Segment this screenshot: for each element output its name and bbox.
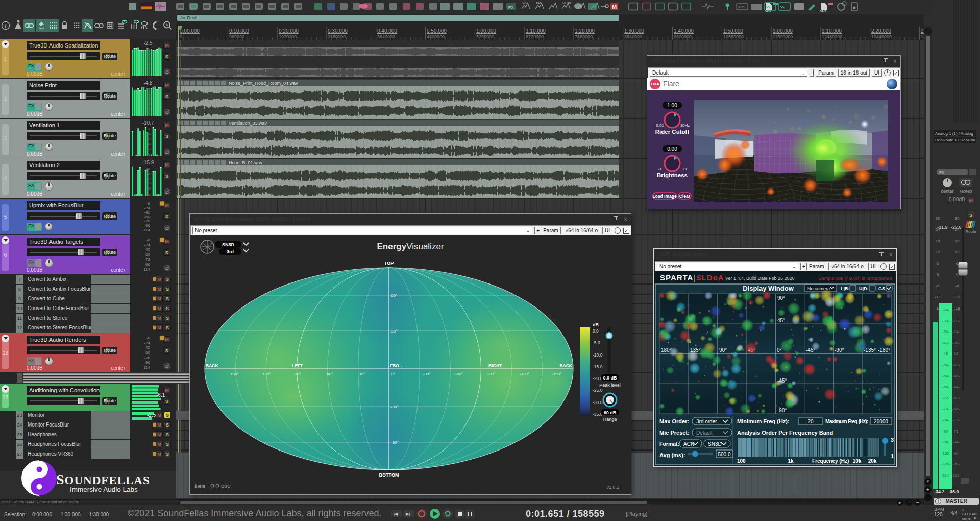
svg-text:-5.0: -5.0 <box>593 340 600 345</box>
svg-text:-15-: -15- <box>146 172 152 175</box>
svg-text:BACK: BACK <box>206 363 218 368</box>
svg-text:0.0: 0.0 <box>593 328 599 334</box>
svg-text:BACK: BACK <box>559 363 572 368</box>
svg-text:-24-: -24- <box>952 329 960 334</box>
svg-text:12: 12 <box>936 250 940 254</box>
svg-text:1:00.000: 1:00.000 <box>476 28 496 34</box>
svg-text:-96: -96 <box>144 223 150 228</box>
svg-text:IN20: IN20 <box>738 6 745 9</box>
svg-text:-24: -24 <box>144 243 150 247</box>
svg-text:-96: -96 <box>144 262 150 267</box>
svg-text:-18-: -18- <box>952 319 960 323</box>
svg-text:18: 18 <box>936 239 940 243</box>
svg-text:0°: 0° <box>391 372 395 376</box>
svg-text:-72-: -72- <box>952 418 960 422</box>
svg-text:Format:: Format: <box>659 441 679 447</box>
svg-text:SRT: SRT <box>820 9 827 13</box>
svg-text:-25.0: -25.0 <box>593 388 603 393</box>
svg-text:-6-: -6- <box>148 87 151 90</box>
svg-text:-36-: -36- <box>952 351 960 356</box>
svg-text:-60°: -60° <box>391 440 399 445</box>
svg-text:-6: -6 <box>146 238 151 242</box>
svg-text:-6: -6 <box>936 283 940 288</box>
svg-text:-90-: -90- <box>952 451 960 456</box>
svg-text:Rider Cutoff: Rider Cutoff <box>655 129 690 135</box>
svg-text:SRT: SRT <box>765 9 772 13</box>
svg-text:-60-: -60- <box>952 396 960 400</box>
svg-text:-42-: -42- <box>146 67 152 70</box>
svg-text:EnergyVisualizer: EnergyVisualizer <box>377 242 444 251</box>
svg-text:Hood_B_01.wav: Hood_B_01.wav <box>229 160 263 165</box>
svg-text:1.00: 1.00 <box>667 103 677 108</box>
svg-text:FRO...: FRO... <box>390 363 403 368</box>
svg-text:-6-: -6- <box>148 127 151 130</box>
svg-text:-51-: -51- <box>146 112 152 115</box>
svg-text:-96-: -96- <box>952 462 960 466</box>
svg-text:SN3D: SN3D <box>222 242 235 247</box>
svg-text:ACN: ACN <box>683 441 694 447</box>
svg-text:-42-: -42- <box>952 363 960 367</box>
svg-text:-42-: -42- <box>146 107 152 110</box>
svg-text:-96: -96 <box>144 360 150 365</box>
svg-text:GS:: GS: <box>878 286 887 291</box>
svg-text:18: 18 <box>955 239 960 243</box>
svg-text:-36-: -36- <box>942 329 949 334</box>
svg-text:-48-: -48- <box>952 374 960 378</box>
svg-text:6720000: 6720000 <box>526 34 544 39</box>
svg-text:-1: -1 <box>658 167 662 171</box>
svg-text:-24: -24 <box>144 341 150 345</box>
svg-text:-6-: -6- <box>148 48 151 51</box>
svg-text:SOUNDFELLAS: SOUNDFELLAS <box>56 471 150 487</box>
svg-text:-42: -42 <box>144 345 150 350</box>
svg-text:center: center <box>941 188 953 194</box>
svg-text:Brightness: Brightness <box>657 172 688 178</box>
svg-text:0.01: 0.01 <box>656 123 664 128</box>
svg-text:4800000: 4800000 <box>427 34 445 39</box>
svg-text:-78: -78 <box>144 356 150 360</box>
svg-text:-72-: -72- <box>942 396 949 400</box>
svg-text:20: 20 <box>807 419 814 424</box>
svg-text:-24-: -24- <box>146 177 152 180</box>
svg-text:MUTE: MUTE <box>562 2 571 5</box>
svg-text:-12-: -12- <box>952 307 960 312</box>
svg-text:-33-: -33- <box>146 182 152 185</box>
svg-text:BOTTOM: BOTTOM <box>379 472 399 478</box>
svg-text:Mic Preset:: Mic Preset: <box>659 430 690 436</box>
svg-text:5760000: 5760000 <box>476 34 494 39</box>
svg-text:-42-: -42- <box>146 187 152 190</box>
svg-text:0.0 dB: 0.0 dB <box>603 375 617 381</box>
svg-text:dB: dB <box>593 322 599 327</box>
svg-text:▶|: ▶| <box>406 512 410 516</box>
svg-text:1: 1 <box>891 453 894 459</box>
svg-text:-114-: -114- <box>942 473 950 478</box>
svg-text:-84-: -84- <box>952 440 960 444</box>
svg-text:S: S <box>969 212 972 218</box>
svg-text:0:30.000: 0:30.000 <box>328 28 348 34</box>
svg-text:30°: 30° <box>391 329 397 334</box>
svg-text:1:20.000: 1:20.000 <box>575 28 595 34</box>
svg-text:0: 0 <box>180 34 182 39</box>
svg-text:-150°: -150° <box>552 372 561 376</box>
svg-text:-0-: -0- <box>935 272 940 277</box>
svg-text:Clear: Clear <box>679 194 691 199</box>
svg-text:10k: 10k <box>853 458 862 464</box>
svg-text:-6: -6 <box>146 201 151 206</box>
svg-text:3rd: 3rd <box>227 249 234 254</box>
svg-text:1:50.000: 1:50.000 <box>723 28 743 34</box>
svg-text:-102-: -102- <box>941 451 950 456</box>
svg-text:-54-: -54- <box>942 363 949 367</box>
svg-text:11520000: 11520000 <box>773 34 793 39</box>
svg-text:PAN: PAN <box>536 2 542 5</box>
svg-text:2:10.000: 2:10.000 <box>822 28 842 34</box>
svg-text:Noise_Print_Hood_Room_04.wav: Noise_Print_Hood_Room_04.wav <box>229 81 298 86</box>
svg-text:90°: 90° <box>719 347 727 353</box>
svg-text:SPARTA|SLDoA: SPARTA|SLDoA <box>660 273 724 282</box>
svg-text:|◀: |◀ <box>394 512 398 516</box>
svg-text:VOL: VOL <box>522 2 529 5</box>
svg-text:90°: 90° <box>777 295 785 301</box>
svg-text:-24-: -24- <box>146 57 152 60</box>
svg-text:Frequency (Hz): Frequency (Hz) <box>812 458 849 464</box>
svg-text:Peak level: Peak level <box>599 383 621 388</box>
svg-text:-15-: -15- <box>146 132 152 135</box>
svg-text:0.00dB: 0.00dB <box>949 197 965 202</box>
